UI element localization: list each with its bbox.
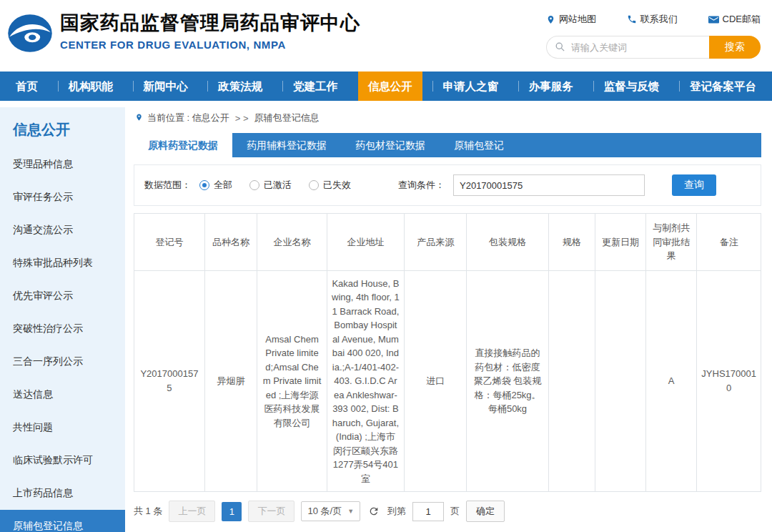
primary-nav: 首页 机构职能 新闻中心 政策法规 党建工作 信息公开 申请人之窗 办事服务 监… bbox=[0, 72, 772, 101]
table-cell-company-address: Kakad House, B wing, 4th floor, 11 Barra… bbox=[327, 270, 404, 492]
confirm-button[interactable]: 确定 bbox=[466, 501, 505, 522]
table-row: Y20170001575 异烟肼 Amsal Chem Private limi… bbox=[134, 270, 761, 492]
breadcrumb-prefix[interactable]: 当前位置 : 信息公开 bbox=[147, 112, 229, 124]
site-title: 国家药品监督管理局药品审评中心 bbox=[60, 11, 360, 34]
breadcrumb-current: 原辅包登记信息 bbox=[254, 112, 320, 124]
main-area: 信息公开 受理品种信息 审评任务公示 沟通交流公示 特殊审批品种列表 优先审评公… bbox=[0, 107, 772, 532]
contact-label: 联系我们 bbox=[640, 13, 678, 26]
site-subtitle: CENTER FOR DRUG EVALUATION, NMPA bbox=[60, 39, 360, 51]
next-page-button[interactable]: 下一页 bbox=[248, 501, 295, 522]
radio-activated-icon bbox=[249, 180, 259, 190]
table-cell-review-result: A bbox=[646, 270, 697, 492]
nav-item-supervision[interactable]: 监督与反馈 bbox=[594, 72, 670, 101]
table-cell-company-name: Amsal Chem Private limited;Amsal Chem Pr… bbox=[257, 270, 327, 492]
nav-item-services[interactable]: 办事服务 bbox=[519, 72, 583, 101]
radio-all-label: 全部 bbox=[214, 179, 232, 192]
column-header: 企业名称 bbox=[257, 214, 327, 271]
nav-item-policies[interactable]: 政策法规 bbox=[208, 72, 272, 101]
sitemap-label: 网站地图 bbox=[559, 13, 596, 26]
sidebar-item[interactable]: 突破性治疗公示 bbox=[0, 312, 125, 345]
brand-block: 国家药品监督管理局药品审评中心 CENTER FOR DRUG EVALUATI… bbox=[60, 11, 360, 51]
content-area: 当前位置 : 信息公开 > > 原辅包登记信息 原料药登记数据 药用辅料登记数据… bbox=[125, 107, 772, 532]
query-input[interactable] bbox=[453, 174, 645, 196]
tab-packaging-registration[interactable]: 药包材登记数据 bbox=[341, 133, 440, 157]
column-header: 备注 bbox=[697, 214, 761, 271]
goto-unit: 页 bbox=[450, 505, 460, 518]
refresh-icon[interactable] bbox=[368, 506, 380, 517]
sidebar-item[interactable]: 送达信息 bbox=[0, 378, 125, 411]
column-header: 更新日期 bbox=[595, 214, 645, 271]
site-header: 国家药品监督管理局药品审评中心 CENTER FOR DRUG EVALUATI… bbox=[0, 0, 772, 72]
sidebar-item[interactable]: 三合一序列公示 bbox=[0, 345, 125, 378]
radio-expired-label: 已失效 bbox=[323, 179, 351, 192]
radio-activated[interactable]: 已激活 bbox=[249, 179, 292, 192]
tab-excipient-registration[interactable]: 药用辅料登记数据 bbox=[232, 133, 341, 157]
column-header: 企业地址 bbox=[327, 214, 404, 271]
page-number-button[interactable]: 1 bbox=[222, 502, 242, 521]
sidebar: 信息公开 受理品种信息 审评任务公示 沟通交流公示 特殊审批品种列表 优先审评公… bbox=[0, 107, 125, 532]
scope-label: 数据范围： bbox=[144, 179, 191, 192]
sidebar-title: 信息公开 bbox=[0, 107, 125, 148]
nav-item-applicant-window[interactable]: 申请人之窗 bbox=[433, 72, 509, 101]
sitemap-link[interactable]: 网站地图 bbox=[546, 13, 596, 26]
table-cell-remark: JYHS1700010 bbox=[697, 270, 761, 492]
column-header: 包装规格 bbox=[467, 214, 548, 271]
table-cell-product-source: 进口 bbox=[404, 270, 467, 492]
breadcrumb: 当前位置 : 信息公开 > > 原辅包登记信息 bbox=[135, 112, 761, 124]
mail-icon bbox=[708, 15, 719, 24]
column-header: 产品来源 bbox=[404, 214, 467, 271]
table-header-row: 登记号 品种名称 企业名称 企业地址 产品来源 包装规格 规格 更新日期 与制剂… bbox=[134, 214, 761, 271]
sidebar-item[interactable]: 共性问题 bbox=[0, 411, 125, 444]
sidebar-item[interactable]: 临床试验默示许可 bbox=[0, 444, 125, 477]
column-header: 与制剂共同审批结果 bbox=[646, 214, 697, 271]
goto-page-input[interactable] bbox=[412, 502, 444, 521]
breadcrumb-separator: > > bbox=[235, 113, 249, 124]
sidebar-item[interactable]: 沟通交流公示 bbox=[0, 214, 125, 247]
sidebar-item[interactable]: 受理品种信息 bbox=[0, 148, 125, 181]
nav-item-info-disclosure[interactable]: 信息公开 bbox=[358, 72, 422, 101]
prev-page-button[interactable]: 上一页 bbox=[169, 501, 215, 522]
table-cell-spec bbox=[548, 270, 595, 492]
nav-item-functions[interactable]: 机构职能 bbox=[59, 72, 123, 101]
sidebar-item[interactable]: 上市药品信息 bbox=[0, 477, 125, 510]
tab-bar: 原料药登记数据 药用辅料登记数据 药包材登记数据 原辅包登记 bbox=[134, 133, 761, 157]
site-search: 搜索 bbox=[546, 36, 761, 59]
search-button[interactable]: 搜索 bbox=[709, 36, 761, 59]
mailbox-link[interactable]: CDE邮箱 bbox=[708, 13, 761, 26]
search-input[interactable] bbox=[546, 36, 709, 59]
radio-all[interactable]: 全部 bbox=[199, 179, 232, 192]
table-cell-packaging-spec: 直接接触药品的药包材：低密度聚乙烯袋 包装规格：每桶25kg。每桶50kg bbox=[467, 270, 548, 492]
sidebar-item[interactable]: 优先审评公示 bbox=[0, 280, 125, 312]
sidebar-item[interactable]: 特殊审批品种列表 bbox=[0, 247, 125, 280]
table-cell-update-date bbox=[595, 270, 645, 492]
cde-registration-page: 国家药品监督管理局药品审评中心 CENTER FOR DRUG EVALUATI… bbox=[0, 0, 772, 532]
sidebar-item[interactable]: 审评任务公示 bbox=[0, 181, 125, 214]
search-input-wrap bbox=[546, 36, 709, 59]
sidebar-item-active[interactable]: 原辅包登记信息 bbox=[0, 510, 125, 532]
pagination: 共 1 条 上一页 1 下一页 10 条/页 ▼ 到第 页 确定 bbox=[134, 501, 761, 522]
contact-link[interactable]: 联系我们 bbox=[627, 13, 678, 26]
filter-panel: 数据范围： 全部 已激活 已失效 查询条件： 查询 bbox=[134, 164, 761, 206]
page-size-value: 10 条/页 bbox=[307, 505, 342, 518]
radio-expired[interactable]: 已失效 bbox=[309, 179, 351, 192]
table-cell-registration-no: Y20170001575 bbox=[134, 270, 205, 492]
pagination-total: 共 1 条 bbox=[134, 505, 162, 518]
breadcrumb-pin-icon bbox=[135, 112, 143, 124]
query-label: 查询条件： bbox=[398, 179, 445, 192]
nav-item-news[interactable]: 新闻中心 bbox=[134, 72, 198, 101]
nav-item-party[interactable]: 党建工作 bbox=[283, 72, 347, 101]
registration-table: 登记号 品种名称 企业名称 企业地址 产品来源 包装规格 规格 更新日期 与制剂… bbox=[134, 213, 761, 492]
goto-label: 到第 bbox=[387, 505, 406, 518]
query-button[interactable]: 查询 bbox=[672, 174, 716, 196]
radio-activated-label: 已激活 bbox=[264, 179, 292, 192]
tab-api-registration[interactable]: 原料药登记数据 bbox=[134, 133, 232, 157]
tab-apief-registration[interactable]: 原辅包登记 bbox=[440, 133, 518, 157]
radio-expired-icon bbox=[309, 180, 319, 190]
table-cell-product-name: 异烟肼 bbox=[204, 270, 257, 492]
page-size-select[interactable]: 10 条/页 ▼ bbox=[301, 501, 360, 521]
nav-item-registration-platform[interactable]: 登记备案平台 bbox=[680, 72, 766, 101]
mailbox-label: CDE邮箱 bbox=[723, 13, 761, 26]
column-header: 品种名称 bbox=[204, 214, 257, 271]
nav-item-home[interactable]: 首页 bbox=[6, 72, 48, 101]
phone-icon bbox=[627, 14, 637, 24]
